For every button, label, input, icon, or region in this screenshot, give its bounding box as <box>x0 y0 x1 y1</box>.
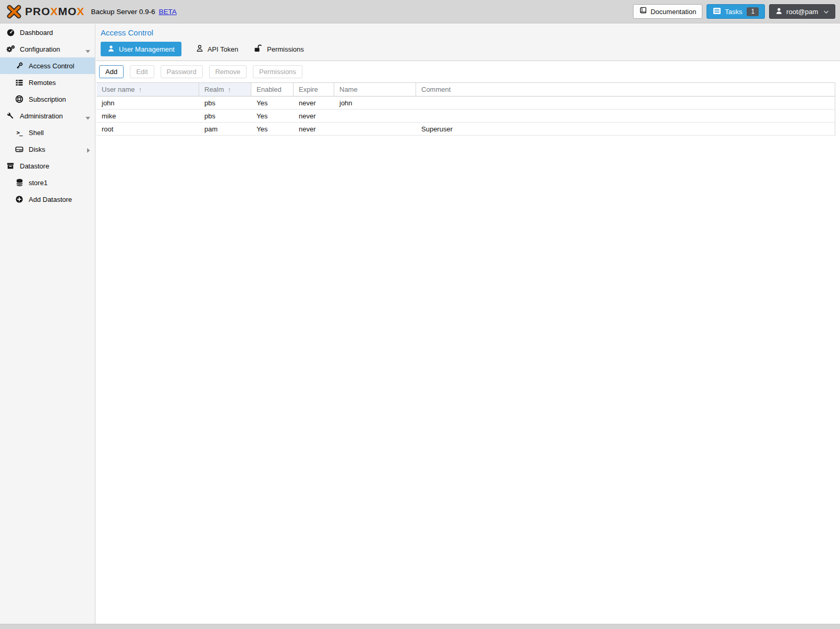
add-button[interactable]: Add <box>99 65 124 78</box>
documentation-button[interactable]: Documentation <box>633 4 702 19</box>
proxmox-x-logo-icon <box>6 5 22 19</box>
proxmox-wordmark: PROXMOX <box>25 5 84 18</box>
sidebar-item-store1[interactable]: store1 <box>0 174 95 191</box>
archive-icon <box>6 162 15 170</box>
grid-toolbar: Add Edit Password Remove Permissions <box>96 61 840 82</box>
column-header-expire[interactable]: Expire <box>294 83 334 96</box>
sidebar-item-disks[interactable]: Disks <box>0 141 95 158</box>
sidebar-item-access-control[interactable]: Access Control <box>0 57 95 74</box>
chevron-down-icon[interactable] <box>86 114 90 122</box>
sidebar-item-administration[interactable]: Administration <box>0 107 95 124</box>
tab-api-token[interactable]: API Token <box>195 42 239 56</box>
gears-icon <box>6 45 15 53</box>
tab-bar: User Management API Token <box>101 42 840 56</box>
sidebar-nav: Dashboard Confi <box>0 24 95 624</box>
edit-button[interactable]: Edit <box>130 65 154 78</box>
bottom-status-strip <box>0 624 840 629</box>
hdd-icon <box>15 145 24 153</box>
table-row-john[interactable]: john pbs Yes never john <box>96 96 835 110</box>
content-header: Access Control User Management <box>96 24 840 61</box>
chevron-down-icon <box>823 8 829 16</box>
column-header-name[interactable]: Name <box>334 83 416 96</box>
sidebar-item-add-datastore[interactable]: Add Datastore <box>0 191 95 208</box>
sidebar-item-dashboard[interactable]: Dashboard <box>0 24 95 41</box>
unlock-icon <box>254 44 263 54</box>
remotes-list-icon <box>15 79 24 87</box>
table-header-row: User name ↑ Realm ↑ Enabled Expire Name … <box>96 83 835 96</box>
dashboard-icon <box>6 28 15 37</box>
book-icon <box>639 7 647 16</box>
user-menu-button[interactable]: root@pam <box>769 4 835 19</box>
table-row-mike[interactable]: mike pbs Yes never <box>96 110 835 123</box>
life-ring-icon <box>15 95 24 103</box>
remove-button[interactable]: Remove <box>209 65 247 78</box>
sidebar-item-datastore[interactable]: Datastore <box>0 158 95 174</box>
sidebar-item-remotes[interactable]: Remotes <box>0 74 95 91</box>
chevron-right-icon[interactable] <box>87 147 90 154</box>
user-icon <box>775 7 783 16</box>
top-header-bar: PROXMOX Backup Server 0.9-6 BETA Documen… <box>0 0 840 23</box>
proxmox-logo: PROXMOX <box>6 5 84 19</box>
users-table: User name ↑ Realm ↑ Enabled Expire Name … <box>96 82 835 136</box>
chevron-down-icon[interactable] <box>86 47 90 55</box>
main-content: Access Control User Management <box>96 24 840 624</box>
product-title: Backup Server 0.9-6 <box>91 8 155 16</box>
database-icon <box>15 178 24 187</box>
wrench-icon <box>6 112 15 120</box>
tasks-button[interactable]: Tasks 1 <box>707 4 765 19</box>
column-header-realm[interactable]: Realm ↑ <box>199 83 251 96</box>
tab-user-management[interactable]: User Management <box>101 42 181 56</box>
password-button[interactable]: Password <box>161 65 203 78</box>
user-outline-icon <box>196 44 203 54</box>
user-solid-icon <box>107 45 115 54</box>
sort-ascending-icon: ↑ <box>139 86 142 94</box>
page-title: Access Control <box>101 28 840 37</box>
tab-permissions[interactable]: Permissions <box>253 42 305 56</box>
plus-circle-icon <box>15 195 24 203</box>
sidebar-item-subscription[interactable]: Subscription <box>0 91 95 107</box>
permissions-button[interactable]: Permissions <box>253 65 302 78</box>
sort-ascending-icon: ↑ <box>228 86 232 94</box>
terminal-icon: >_ <box>15 129 24 136</box>
sidebar-item-shell[interactable]: >_ Shell <box>0 124 95 141</box>
beta-link[interactable]: BETA <box>159 8 176 16</box>
tasks-count-badge: 1 <box>747 7 759 16</box>
column-header-enabled[interactable]: Enabled <box>251 83 294 96</box>
column-header-comment[interactable]: Comment <box>416 83 835 96</box>
column-header-user-name[interactable]: User name ↑ <box>96 83 199 96</box>
key-icon <box>15 62 24 70</box>
task-list-icon <box>713 7 721 16</box>
table-row-root[interactable]: root pam Yes never Superuser <box>96 123 835 136</box>
sidebar-item-configuration[interactable]: Configuration <box>0 41 95 57</box>
